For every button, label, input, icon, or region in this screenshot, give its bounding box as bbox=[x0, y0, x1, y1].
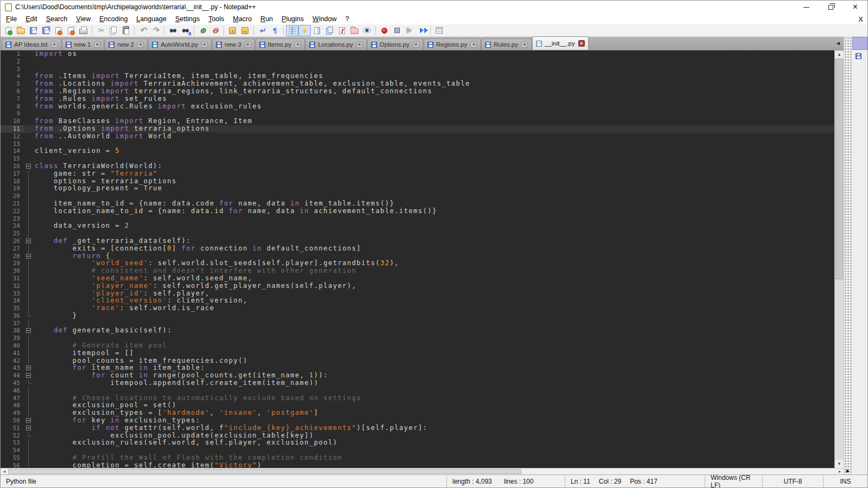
code-line[interactable]: 19 topology_present = True bbox=[1, 185, 834, 192]
scroll-left-icon[interactable]: ◄ bbox=[1, 470, 8, 473]
macro-save-icon[interactable] bbox=[433, 25, 445, 36]
code-line[interactable]: 11from .Options import terraria_options bbox=[1, 125, 834, 133]
code-line[interactable]: 6from .Regions import terraria_regions, … bbox=[1, 88, 834, 95]
undo-icon[interactable] bbox=[137, 25, 149, 36]
scroll-down-icon[interactable]: ▼ bbox=[835, 460, 844, 468]
fold-marker-icon[interactable] bbox=[24, 163, 33, 170]
code-line[interactable]: 24 data_version = 2 bbox=[1, 222, 834, 230]
code-line[interactable]: 25 bbox=[1, 230, 834, 237]
code-line[interactable]: 35 'race': self.world.is_race bbox=[1, 305, 834, 312]
show-indent-guide-icon[interactable] bbox=[286, 25, 298, 36]
code-line[interactable]: 3 bbox=[1, 66, 834, 73]
horizontal-scrollbar[interactable]: ◄ ► bbox=[1, 468, 844, 474]
menu-view[interactable]: View bbox=[72, 15, 95, 23]
code-line[interactable]: 54 bbox=[1, 447, 834, 454]
code-line[interactable]: 31 'seed_name': self.world.seed_name, bbox=[1, 275, 834, 282]
tab-rules-py[interactable]: Rules.py× bbox=[481, 38, 532, 50]
status-encoding-section[interactable]: UTF-8 bbox=[762, 475, 823, 487]
copy-icon[interactable] bbox=[107, 25, 119, 36]
code-line[interactable]: 20 bbox=[1, 192, 834, 200]
tab-close-icon[interactable]: × bbox=[356, 41, 363, 48]
code-line[interactable]: 15 bbox=[1, 155, 834, 163]
status-eol-section[interactable]: Windows (CR LF) bbox=[705, 475, 762, 487]
code-line[interactable]: 42 pool_counts = item_frequencies.copy() bbox=[1, 357, 834, 365]
code-line[interactable]: 23 bbox=[1, 215, 834, 223]
zoom-in-icon[interactable] bbox=[196, 25, 209, 36]
code-line[interactable]: 10from BaseClasses import Region, Entran… bbox=[1, 118, 834, 125]
find-icon[interactable] bbox=[167, 25, 179, 36]
tab-close-icon[interactable]: × bbox=[470, 41, 477, 48]
code-line[interactable]: 47 # Choose locations to automatically e… bbox=[1, 395, 834, 402]
menu-tools[interactable]: Tools bbox=[204, 15, 228, 23]
vertical-scrollbar[interactable]: ▲ ▼ bbox=[834, 50, 844, 468]
code-line[interactable]: 44 for count in range(pool_counts.get(it… bbox=[1, 372, 834, 380]
fold-marker-icon[interactable] bbox=[24, 327, 33, 335]
word-wrap-icon[interactable] bbox=[256, 25, 269, 36]
fold-marker-icon[interactable] bbox=[24, 237, 33, 245]
redo-icon[interactable] bbox=[149, 25, 162, 36]
code-line[interactable]: 55 # Prefill the Wall of Flesh with the … bbox=[1, 454, 834, 462]
fold-marker-icon[interactable] bbox=[24, 425, 33, 432]
code-line[interactable]: 38 def generate_basic(self): bbox=[1, 327, 834, 335]
code-line[interactable]: 28 return { bbox=[1, 253, 834, 260]
monitoring-icon[interactable] bbox=[361, 25, 373, 36]
code-line[interactable]: 45 itempool.append(self.create_item(item… bbox=[1, 380, 834, 387]
fold-marker-icon[interactable] bbox=[24, 253, 33, 260]
close-icon[interactable] bbox=[52, 25, 65, 36]
code-line[interactable]: 9 bbox=[1, 110, 834, 118]
tab-locations-py[interactable]: Locations.py× bbox=[305, 38, 367, 50]
save-all-icon[interactable] bbox=[40, 25, 52, 36]
code-line[interactable]: 34 'client_version': client_version, bbox=[1, 297, 834, 305]
code-line[interactable]: 39 bbox=[1, 335, 834, 342]
cut-icon[interactable] bbox=[94, 25, 107, 36]
code-editor[interactable]: 1import os234from .Items import Terraria… bbox=[1, 50, 834, 468]
tab-close-icon[interactable]: × bbox=[51, 41, 58, 48]
code-line[interactable]: 21 item_name_to_id = {name: data.code fo… bbox=[1, 200, 834, 208]
code-line[interactable]: 37 bbox=[1, 320, 834, 328]
tab-close-icon[interactable]: × bbox=[94, 41, 100, 48]
code-line[interactable]: 41 itempool = [] bbox=[1, 350, 834, 357]
code-line[interactable]: 48 exclusion_pool = set() bbox=[1, 402, 834, 409]
tab-new-1[interactable]: new 1× bbox=[62, 38, 105, 50]
code-line[interactable]: 50 for key in exclusion_types: bbox=[1, 417, 834, 425]
tab-autoworld-py[interactable]: AutoWorld.py× bbox=[148, 38, 212, 50]
code-line[interactable]: 33 'player_id': self.player, bbox=[1, 290, 834, 298]
sync-horizontal-scroll-icon[interactable] bbox=[239, 25, 251, 36]
macro-run-multiple-icon[interactable] bbox=[416, 25, 428, 36]
minimize-button[interactable] bbox=[794, 1, 819, 14]
close-all-icon[interactable] bbox=[65, 25, 77, 36]
menu-edit[interactable]: Edit bbox=[21, 15, 42, 23]
code-line[interactable]: 53 exclusion_rules(self.world, self.play… bbox=[1, 439, 834, 447]
menu-help[interactable]: ? bbox=[341, 15, 354, 23]
macro-stop-icon[interactable] bbox=[391, 25, 403, 36]
tab-close-icon[interactable]: × bbox=[521, 41, 528, 48]
vertical-scroll-thumb[interactable] bbox=[835, 59, 843, 279]
tab-close-icon[interactable]: × bbox=[245, 41, 251, 48]
horizontal-scroll-track[interactable] bbox=[8, 468, 836, 474]
code-line[interactable]: 32 'player_name': self.world.get_player_… bbox=[1, 282, 834, 290]
code-line[interactable]: 18 options = terraria_options bbox=[1, 178, 834, 185]
tab-scroll-left-icon[interactable]: ◄ bbox=[835, 40, 841, 46]
close-button[interactable]: × bbox=[843, 1, 867, 14]
tab-close-icon[interactable]: × bbox=[578, 40, 585, 47]
paste-icon[interactable] bbox=[119, 25, 132, 36]
code-line[interactable]: 36 } bbox=[1, 312, 834, 320]
tab-close-icon[interactable]: × bbox=[137, 41, 144, 48]
code-line[interactable]: 2 bbox=[1, 58, 834, 66]
tab-options-py[interactable]: Options.py× bbox=[367, 38, 423, 50]
fold-marker-icon[interactable] bbox=[24, 364, 33, 372]
close-document-button[interactable]: X bbox=[858, 15, 863, 23]
code-line[interactable]: 17 game: str = "Terraria" bbox=[1, 170, 834, 178]
code-line[interactable]: 7from .Rules import set_rules bbox=[1, 95, 834, 103]
tab-close-icon[interactable]: × bbox=[201, 41, 208, 48]
menu-settings[interactable]: Settings bbox=[171, 15, 204, 23]
show-all-characters-icon[interactable] bbox=[269, 25, 281, 36]
code-line[interactable]: 8from worlds.generic.Rules import exclus… bbox=[1, 103, 834, 111]
code-line[interactable]: 49 exclusion_types = ['hardmode', 'insan… bbox=[1, 409, 834, 417]
status-insert-mode[interactable]: INS bbox=[823, 475, 867, 487]
code-line[interactable]: 1import os bbox=[1, 50, 834, 58]
function-list-icon[interactable] bbox=[336, 25, 348, 36]
code-line[interactable]: 12from ..AutoWorld import World bbox=[1, 133, 834, 140]
code-line[interactable]: 52 exclusion_pool.update(exclusion_table… bbox=[1, 432, 834, 440]
code-line[interactable]: 56 completion = self.create_item("Victor… bbox=[1, 462, 834, 468]
